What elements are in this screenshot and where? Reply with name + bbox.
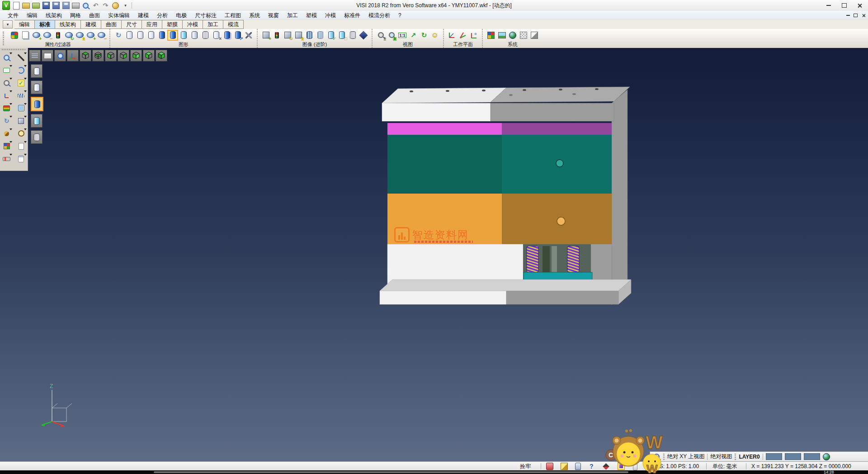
snap-icon[interactable] [603,462,609,471]
display-shaded-edges-icon[interactable] [31,114,42,128]
eye-toggle-icon[interactable]: ± [75,31,84,40]
cylinder-white-icon[interactable] [190,31,199,40]
page-tool-icon[interactable] [16,141,26,151]
palette-tool-icon[interactable] [2,141,12,151]
solids-toggle-icon[interactable]: ± [294,31,303,40]
display-wireframe-icon[interactable] [31,64,42,78]
zoom-extents-icon[interactable]: ± [376,31,385,40]
plot-stamp-icon[interactable] [112,2,119,9]
layer-color-swatch-1[interactable] [766,453,782,460]
menu-item-help[interactable]: ? [394,12,406,19]
menu-item-standard-parts[interactable]: 标准件 [340,12,364,19]
curve-tool-icon[interactable] [16,65,26,75]
taskbar-scrollbar[interactable] [154,471,628,473]
undo-icon[interactable]: ↶ [92,2,99,9]
view-left-icon[interactable] [143,50,155,62]
measure-tool-icon[interactable] [2,154,12,164]
lock-toggle[interactable]: 拴牢 [520,462,531,471]
erase-tool-icon[interactable] [16,52,26,62]
cylinder-striped-blue-icon[interactable] [305,31,314,40]
cylinder-wire2-icon[interactable] [348,31,357,40]
tab-flow[interactable]: 模流 [223,20,244,29]
display-transparent-icon[interactable] [31,130,42,144]
view-triad-icon[interactable] [67,50,79,62]
menu-item-electrode[interactable]: 电极 [172,12,191,19]
zoom-dynamic-icon[interactable] [54,50,66,62]
active-layer-indicator[interactable]: LAYER0 [739,454,760,460]
view-iso-icon[interactable] [156,50,167,62]
menu-item-file[interactable]: 文件 [4,12,23,19]
tab-standard[interactable]: 标准 [35,20,55,29]
print-preview-icon[interactable] [82,2,90,9]
cylinder-delete-icon[interactable]: × [212,31,221,40]
solids-traffic-icon[interactable] [272,31,281,40]
maximize-button[interactable] [836,0,852,11]
layer-color-swatch-2[interactable] [785,453,801,460]
box-tool-icon[interactable] [16,116,26,126]
viewport-3d[interactable]: 智造资料网 Z [0,48,868,461]
display-hidden-line-icon[interactable] [31,81,42,94]
tab-dimension[interactable]: 尺寸 [122,20,142,29]
tab-surface[interactable]: 曲面 [101,20,122,29]
view-top-icon[interactable] [80,50,91,62]
workplane-align-icon[interactable] [469,31,478,40]
notes-tool-icon[interactable] [16,154,26,164]
ucs-cube-icon[interactable] [618,462,625,471]
cylinder-selected-icon[interactable] [168,31,177,40]
zoom-scale-icon[interactable] [2,78,12,88]
menu-item-machining[interactable]: 加工 [283,12,302,19]
zoom-tool-icon[interactable] [2,52,12,62]
view-bottom-icon[interactable] [92,50,104,62]
menu-item-mesh[interactable]: 网格 [66,12,85,19]
cylinder-blue-icon[interactable] [157,31,166,40]
eye-plus-icon[interactable]: + [86,31,95,40]
view-menu-icon[interactable] [29,50,41,62]
mould-assembly-model[interactable] [362,81,642,317]
zoom-window-icon[interactable]: ▣ [387,31,396,40]
display-shaded-icon[interactable] [31,97,43,111]
open-file-icon[interactable] [22,2,30,9]
cylinder-copy-icon[interactable] [222,31,231,40]
picker-icon[interactable] [561,462,568,471]
help-icon[interactable]: ? [590,462,594,471]
tabbar-dropdown-icon[interactable]: ▾ [3,20,13,28]
save-as-icon[interactable] [52,2,60,9]
zoom-fit-icon[interactable] [42,50,53,62]
pin-icon[interactable] [633,462,637,471]
tab-stamping[interactable]: 冲模 [183,20,203,29]
menu-item-mould[interactable]: 塑模 [302,12,321,19]
menu-item-system[interactable]: 系统 [245,12,264,19]
view-front-icon[interactable] [130,50,142,62]
tab-modeling[interactable]: 建模 [81,20,101,29]
zoom-one-to-one-icon[interactable]: 1:1 [398,31,407,40]
mdi-close-button[interactable] [861,13,866,18]
pan-arrow-icon[interactable]: ↗ [409,31,418,40]
fit-view-icon[interactable] [2,65,12,75]
sketch-tool-icon[interactable] [16,90,26,100]
solids-refresh-icon[interactable]: ↻ [283,31,292,40]
tab-application[interactable]: 应用 [142,20,162,29]
color-table-icon[interactable] [486,31,495,40]
cylinder-striped-icon[interactable] [316,31,325,40]
menu-item-drawing[interactable]: 工程图 [221,12,245,19]
cylinder-cyan-icon[interactable] [179,31,188,40]
slope-icon[interactable] [530,31,539,40]
cylinder-outline-1-icon[interactable] [125,31,134,40]
tab-wireframe[interactable]: 线架构 [55,20,81,29]
view-right-icon[interactable] [118,50,129,62]
visibility-traffic-icon[interactable] [53,31,62,40]
layers-icon[interactable] [2,103,12,113]
record-icon[interactable] [546,462,553,471]
cylinder-outline-2-icon[interactable] [136,31,145,40]
menu-item-analysis[interactable]: 分析 [153,12,172,19]
mdi-minimize-button[interactable] [846,15,850,16]
palette-filter-icon[interactable] [10,31,19,40]
eye-refresh-icon[interactable]: ↻ [64,31,73,40]
save-all-icon[interactable] [62,2,70,9]
save-icon[interactable] [42,2,50,9]
mdi-restore-button[interactable] [854,14,858,17]
raster-icon[interactable] [519,31,528,40]
image-icon[interactable] [497,31,506,40]
history-tool-icon[interactable] [16,128,26,138]
menu-item-solid-edit[interactable]: 实体编辑 [104,12,134,19]
